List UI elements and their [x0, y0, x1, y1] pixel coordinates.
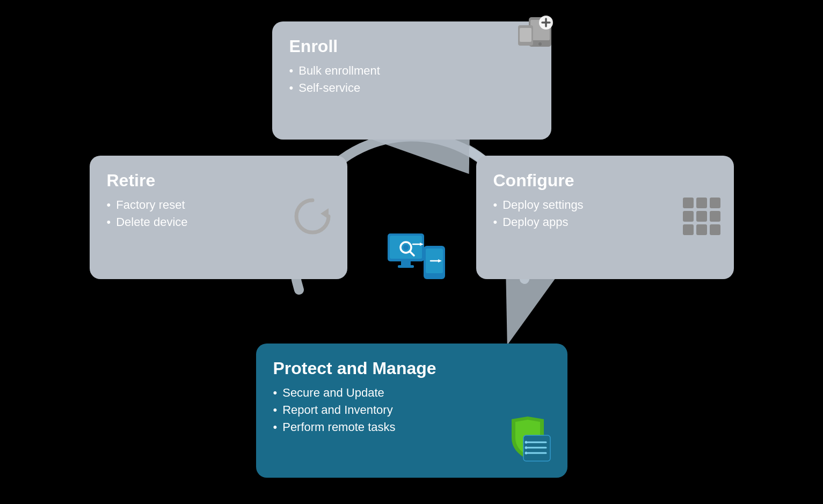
card-retire: Retire Factory reset Delete device: [90, 156, 347, 279]
center-mdm-icon: [385, 231, 439, 274]
card-protect: Protect and Manage Secure and Update Rep…: [256, 344, 567, 478]
enroll-item-2: Self-service: [289, 81, 534, 95]
svg-point-23: [525, 441, 527, 443]
protect-title: Protect and Manage: [273, 359, 550, 378]
svg-rect-10: [683, 198, 694, 208]
configure-grid-icon: [680, 195, 723, 240]
svg-point-24: [525, 446, 527, 449]
svg-rect-15: [710, 211, 720, 222]
svg-rect-29: [401, 261, 411, 266]
svg-rect-16: [683, 224, 694, 235]
svg-rect-6: [520, 28, 531, 42]
enroll-icon: [513, 12, 561, 57]
svg-rect-18: [710, 224, 720, 235]
svg-point-25: [525, 451, 527, 454]
protect-shield-icon: [501, 417, 555, 467]
svg-rect-17: [696, 224, 707, 235]
svg-rect-30: [398, 265, 414, 268]
card-enroll: Enroll Bulk enrollment Self-service: [272, 21, 551, 140]
enroll-list: Bulk enrollment Self-service: [289, 64, 534, 95]
svg-rect-13: [683, 211, 694, 222]
diagram-container: Enroll Bulk enrollment Self-service Conf…: [90, 16, 734, 488]
protect-item-2: Report and Inventory: [273, 403, 550, 417]
svg-point-33: [403, 245, 409, 250]
configure-title: Configure: [493, 171, 717, 191]
svg-marker-26: [321, 208, 329, 219]
svg-rect-11: [696, 198, 707, 208]
retire-title: Retire: [107, 171, 330, 191]
svg-rect-14: [696, 211, 707, 222]
protect-item-1: Secure and Update: [273, 386, 550, 400]
retire-refresh-icon: [288, 192, 337, 243]
svg-rect-12: [710, 198, 720, 208]
enroll-item-1: Bulk enrollment: [289, 64, 534, 78]
enroll-title: Enroll: [289, 36, 534, 56]
svg-point-4: [538, 42, 542, 46]
svg-point-38: [433, 274, 436, 277]
card-configure: Configure Deploy settings Deploy apps: [476, 156, 734, 279]
